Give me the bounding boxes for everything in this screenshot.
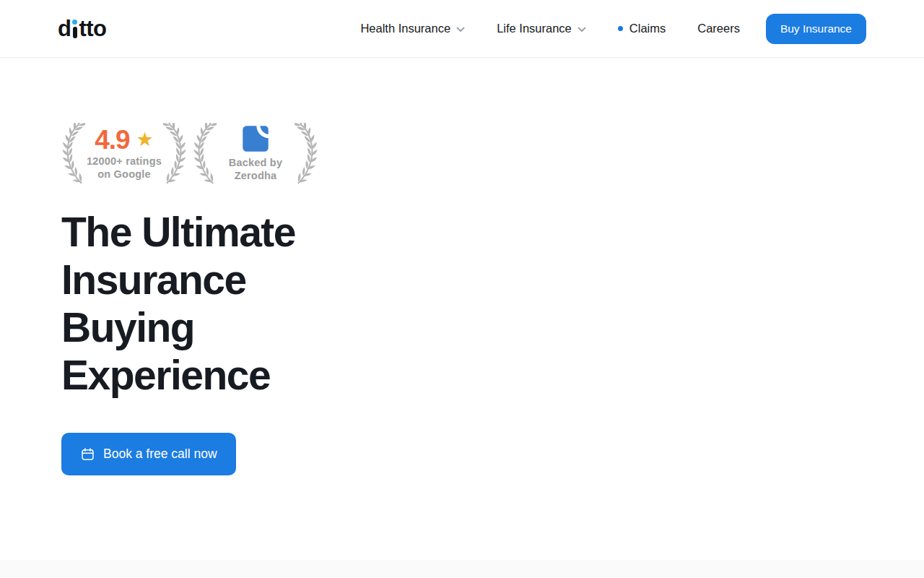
heading-line: Experience: [61, 351, 924, 399]
nav-label: Health Insurance: [360, 22, 450, 35]
hero-section: 4.9 ★ 12000+ ratings on Google Backed by…: [0, 58, 924, 475]
nav-claims[interactable]: Claims: [618, 22, 666, 35]
nav-life-insurance[interactable]: Life Insurance: [497, 22, 586, 35]
logo-letter-i: [71, 17, 78, 40]
laurel-right-icon: [295, 123, 318, 185]
nav-label: Claims: [629, 22, 666, 35]
laurel-left-icon: [61, 123, 85, 185]
rating-caption-line1: 12000+ ratings: [85, 155, 163, 168]
next-section-strip: [0, 560, 924, 578]
logo[interactable]: d tto: [58, 17, 107, 40]
award-badges: 4.9 ★ 12000+ ratings on Google Backed by…: [61, 123, 924, 185]
heading-line: Buying: [61, 303, 924, 351]
rating-value: 4.9: [95, 126, 129, 153]
book-call-button[interactable]: Book a free call now: [61, 433, 236, 475]
main-nav: Health Insurance Life Insurance Claims C…: [328, 14, 866, 44]
chevron-down-icon: [456, 27, 465, 33]
nav-health-insurance[interactable]: Health Insurance: [360, 22, 465, 35]
star-icon: ★: [136, 130, 154, 150]
hero-heading: The Ultimate Insurance Buying Experience: [61, 208, 924, 399]
backed-caption-line1: Backed by: [217, 157, 295, 170]
zerodha-badge: Backed by Zerodha: [193, 123, 318, 185]
nav-label: Careers: [697, 22, 740, 35]
rating-caption-line2: on Google: [85, 168, 163, 181]
backed-caption-line2: Zerodha: [217, 170, 295, 183]
google-rating-badge: 4.9 ★ 12000+ ratings on Google: [61, 123, 187, 185]
nav-careers[interactable]: Careers: [697, 22, 740, 35]
book-call-label: Book a free call now: [103, 447, 217, 462]
laurel-left-icon: [193, 123, 217, 185]
logo-text-start: d: [58, 17, 71, 40]
zerodha-logo-icon: [242, 125, 269, 152]
calendar-icon: [80, 447, 95, 462]
heading-line: Insurance: [61, 256, 924, 303]
logo-text-end: tto: [79, 17, 106, 40]
chevron-down-icon: [578, 27, 586, 33]
logo-dot-icon: [72, 20, 77, 25]
nav-label: Life Insurance: [497, 22, 572, 35]
buy-insurance-button[interactable]: Buy Insurance: [766, 14, 866, 44]
header: d tto Health Insurance Life Insurance Cl…: [0, 0, 924, 58]
heading-line: The Ultimate: [61, 208, 924, 256]
laurel-right-icon: [163, 123, 187, 185]
claims-dot-icon: [618, 26, 623, 31]
